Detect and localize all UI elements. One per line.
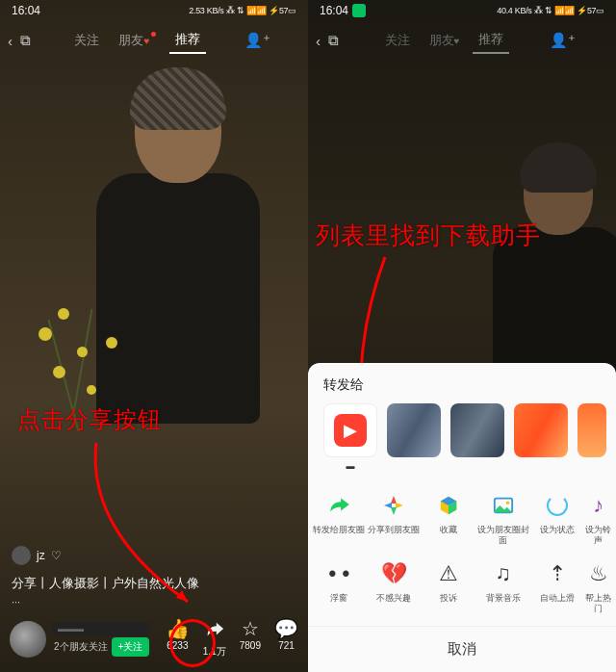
share-arrow-icon [325, 492, 352, 519]
broken-heart-icon: 💔 [380, 560, 407, 587]
follow-count: 2个朋友关注 [54, 640, 108, 654]
share-sheet: 转发给 ▶▬ 转发给朋友圈 分享到朋友圈 收藏 设为朋友圈封面 设为状态 ♪设为… [308, 363, 616, 672]
contact-item[interactable] [387, 403, 441, 457]
dual-window-icon: ⧉ [328, 32, 339, 49]
set-moments-cover[interactable]: 设为朋友圈封面 [475, 492, 530, 546]
note-icon: ♪ [585, 492, 612, 519]
clock: 16:04 [12, 4, 40, 17]
top-tabs-dimmed: ‹ ⧉ 关注 朋友♥ 推荐 👤⁺ [308, 21, 616, 60]
forward-contacts-row: ▶▬ [308, 403, 616, 482]
share-actions-row-1: 转发给朋友圈 分享到朋友圈 收藏 设为朋友圈封面 设为状态 ♪设为铃声 [308, 482, 616, 552]
comment-button[interactable]: 💬721 [274, 619, 298, 659]
dual-window-icon[interactable]: ⧉ [20, 32, 31, 49]
dots-icon: • • [325, 560, 352, 587]
upload-icon: ⇡ [544, 560, 571, 587]
auto-scroll[interactable]: ⇡自动上滑 [530, 560, 585, 614]
favorite-button[interactable]: ☆7809 [240, 619, 261, 659]
tab-follow[interactable]: 关注 [68, 28, 105, 53]
contact-item[interactable] [578, 403, 606, 457]
annotation-left: 点击分享按钮 [17, 404, 162, 435]
annotation-right: 列表里找到下载助手 [316, 220, 541, 251]
phone-screen-left: 16:04 2.53 KB/s ⁂ ⇅ 📶📶 ⚡57▭ ‹ ⧉ 关注 朋友♥ 推… [0, 0, 308, 672]
cube-icon [435, 492, 462, 519]
sheet-title: 转发给 [308, 363, 616, 403]
status-bar: 16:04 2.53 KB/s ⁂ ⇅ 📶📶 ⚡57▭ [0, 0, 308, 21]
set-ringtone[interactable]: ♪设为铃声 [585, 492, 612, 546]
report[interactable]: ⚠投诉 [421, 560, 475, 614]
float-window[interactable]: • •浮窗 [312, 560, 367, 614]
clock: 16:04 [320, 4, 366, 18]
tab-recommend[interactable]: 推荐 [169, 27, 206, 54]
spinner-icon [544, 492, 571, 519]
search-icon: 👤⁺ [550, 32, 576, 49]
follow-button[interactable]: +关注 [112, 637, 150, 657]
highlight-circle [169, 619, 216, 667]
phone-screen-right: 16:04 40.4 KB/s ⁂ ⇅ 📶📶 ⚡57▭ ‹ ⧉ 关注 朋友♥ 推… [308, 0, 616, 672]
author-avatar-small[interactable] [12, 546, 31, 565]
status-bar: 16:04 40.4 KB/s ⁂ ⇅ 📶📶 ⚡57▭ [308, 0, 616, 21]
blurred-username: ▬▬▬ [52, 622, 149, 635]
status-indicators: 2.53 KB/s ⁂ ⇅ 📶📶 ⚡57▭ [189, 6, 296, 15]
favorite[interactable]: 收藏 [421, 492, 475, 546]
bgm[interactable]: ♫背景音乐 [475, 560, 530, 614]
cancel-button[interactable]: 取消 [308, 626, 616, 664]
arrow-annotation [77, 433, 212, 616]
back-icon: ‹ [316, 33, 321, 49]
author-name[interactable]: jz [37, 549, 45, 562]
music-note-icon: ♫ [490, 560, 517, 587]
search-icon[interactable]: 👤⁺ [244, 32, 270, 49]
top-tabs: ‹ ⧉ 关注 朋友♥ 推荐 👤⁺ [0, 21, 308, 60]
promote-hot[interactable]: ♨帮上热门 [585, 560, 612, 614]
picture-icon [490, 492, 517, 519]
flame-icon: ♨ [585, 560, 612, 587]
contact-item[interactable] [450, 403, 504, 457]
forward-moments[interactable]: 转发给朋友圈 [312, 492, 367, 546]
download-helper-app[interactable]: ▶ [323, 403, 377, 457]
author-avatar[interactable] [10, 621, 46, 658]
not-interested[interactable]: 💔不感兴趣 [367, 560, 422, 614]
aperture-icon [380, 492, 407, 519]
star-icon: ☆ [242, 619, 259, 638]
status-indicators: 40.4 KB/s ⁂ ⇅ 📶📶 ⚡57▭ [497, 6, 604, 15]
share-actions-row-2: • •浮窗 💔不感兴趣 ⚠投诉 ♫背景音乐 ⇡自动上滑 ♨帮上热门 [308, 551, 616, 620]
share-to-moments[interactable]: 分享到朋友圈 [367, 492, 422, 546]
warning-icon: ⚠ [435, 560, 462, 587]
comment-icon: 💬 [274, 619, 298, 638]
back-icon[interactable]: ‹ [8, 33, 13, 49]
tab-friends[interactable]: 朋友♥ [113, 28, 162, 53]
svg-point-1 [505, 501, 509, 504]
contact-item[interactable] [514, 403, 568, 457]
set-status[interactable]: 设为状态 [530, 492, 585, 546]
